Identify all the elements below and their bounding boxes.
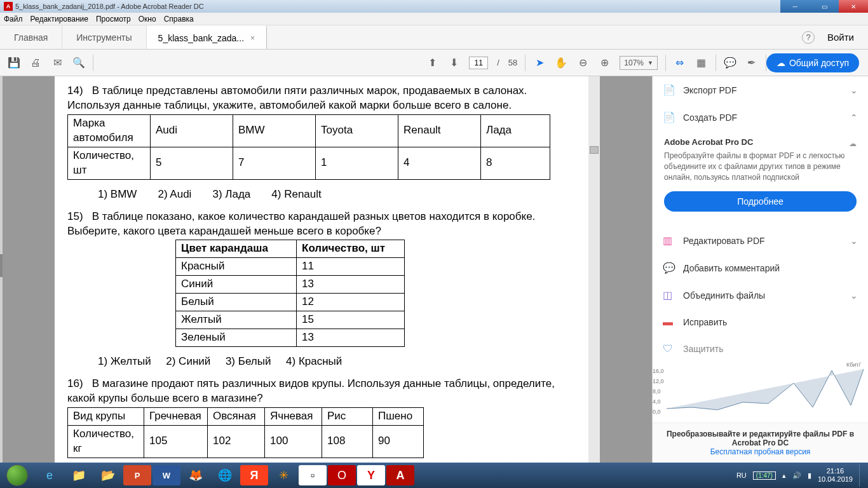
network-chart-overlay: 16,0 12,0 8,0 4,0 0,0 Кбит/: [653, 364, 860, 415]
rp-combine-label: Объединить файлы: [683, 290, 765, 301]
minimize-button[interactable]: ─: [780, 0, 810, 13]
tab-document-label: 5_klass_bank_zada...: [158, 33, 244, 43]
close-button[interactable]: ✕: [839, 0, 868, 13]
chevron-down-icon: ⌄: [850, 236, 858, 246]
p14-table: Марка автомобиляAudiBMWToyotaRenaultЛада…: [67, 114, 550, 180]
hand-icon[interactable]: ✋: [555, 57, 567, 69]
taskbar-explorer-icon[interactable]: 📁: [65, 465, 93, 485]
taskbar-powerpoint-icon[interactable]: P: [123, 465, 151, 485]
tab-close-icon[interactable]: ×: [250, 34, 255, 43]
rp-protect-label: Защитить: [683, 344, 724, 354]
right-panel: 📄Экспорт PDF ⌄ 📄Создать PDF ⌃ Adobe Acro…: [652, 76, 868, 463]
pdf-icon: A: [4, 2, 13, 11]
menu-window[interactable]: Окно: [139, 15, 156, 24]
export-pdf-icon: 📄: [663, 84, 675, 96]
cloud-upload-icon: ☁: [776, 58, 785, 68]
chevron-down-icon: ⌄: [850, 85, 858, 95]
p16-table: Вид крупыГречневаяОвсянаяЯчневаяРисПшено…: [67, 407, 424, 458]
rp-footer-text: Преобразовывайте и редактируйте файлы PD…: [661, 430, 859, 447]
tray-network-icon[interactable]: ▮: [808, 471, 811, 480]
taskbar-yandex-browser-icon[interactable]: Y: [357, 465, 385, 485]
system-tray: RU (1:47) ▴ 🔊 ▮ 21:16 10.04.2019: [736, 464, 868, 487]
zoom-out-icon[interactable]: ⊖: [576, 57, 589, 69]
page-down-icon[interactable]: ⬇: [447, 57, 460, 69]
taskbar-ie-icon[interactable]: e: [36, 465, 64, 485]
tray-volume-icon[interactable]: 🔊: [792, 471, 801, 480]
fit-width-icon[interactable]: ⇔: [674, 57, 686, 69]
share-button[interactable]: ☁ Общий доступ: [766, 53, 859, 72]
toolbar: 💾 🖨 ✉ 🔍 ⬆ ⬇ / 58 ➤ ✋ ⊖ ⊕ 107% ▼ ⇔ ▦ 💬 ✒ …: [0, 50, 868, 76]
search-icon[interactable]: 🔍: [72, 57, 85, 69]
tab-document[interactable]: 5_klass_bank_zada... ×: [147, 25, 267, 49]
tray-lang[interactable]: RU: [736, 471, 747, 479]
tray-battery[interactable]: (1:47): [753, 471, 776, 480]
rp-fix[interactable]: ▬Исправить: [653, 309, 868, 336]
comment-icon[interactable]: 💬: [724, 57, 736, 69]
arrow-icon[interactable]: ➤: [533, 57, 546, 69]
rp-protect[interactable]: 🛡Защитить: [653, 336, 868, 362]
rp-section-title: Adobe Acrobat Pro DC: [664, 137, 857, 147]
rp-more-button[interactable]: Подробнее: [664, 191, 857, 212]
rp-comment[interactable]: 💬Добавить комментарий: [653, 254, 868, 281]
taskbar: e 📁 📂 P W 🦊 🌐 Я ✳ ▫ O Y A RU (1:47) ▴ 🔊 …: [0, 463, 868, 488]
rp-edit-label: Редактировать PDF: [683, 236, 765, 246]
pdf-page: 14) В таблице представлены автомобили пя…: [55, 76, 588, 463]
p14-answers: 1) BMW 2) Audi 3) Лада 4) Renault: [98, 187, 576, 202]
sign-icon[interactable]: ✒: [745, 57, 758, 69]
p14-num: 14): [67, 85, 83, 97]
taskbar-opera-icon[interactable]: O: [328, 465, 356, 485]
chevron-down-icon: ⌄: [850, 290, 858, 301]
print-icon[interactable]: 🖨: [29, 57, 42, 69]
rp-create-pdf[interactable]: 📄Создать PDF ⌃: [653, 104, 868, 131]
rp-comment-label: Добавить комментарий: [683, 263, 780, 273]
page-current-input[interactable]: [469, 57, 488, 69]
start-button[interactable]: [0, 463, 34, 488]
taskbar-acrobat-icon[interactable]: A: [386, 465, 414, 485]
mail-icon[interactable]: ✉: [51, 57, 64, 69]
menu-view[interactable]: Просмотр: [96, 15, 131, 24]
tray-clock[interactable]: 21:16 10.04.2019: [818, 467, 853, 484]
p15-text: В таблице показано, какое количество кар…: [67, 210, 535, 237]
zoom-select[interactable]: 107% ▼: [620, 56, 658, 70]
vertical-scrollbar[interactable]: [588, 76, 600, 463]
toolbar-separator: [93, 55, 93, 71]
taskbar-chrome-icon[interactable]: 🌐: [211, 465, 239, 485]
fit-page-icon[interactable]: ▦: [695, 57, 708, 69]
tab-home[interactable]: Главная: [0, 25, 62, 49]
zoom-in-icon[interactable]: ⊕: [598, 57, 611, 69]
maximize-button[interactable]: ▭: [810, 0, 839, 13]
rp-edit-pdf[interactable]: ▥Редактировать PDF ⌄: [653, 227, 868, 254]
signin-button[interactable]: Войти: [827, 32, 854, 43]
page-total: 58: [508, 58, 517, 67]
menu-help[interactable]: Справка: [164, 15, 194, 24]
tab-tools[interactable]: Инструменты: [62, 25, 146, 49]
rp-section-body: Преобразуйте файлы в формат PDF и с легк…: [664, 151, 857, 182]
rp-export-pdf[interactable]: 📄Экспорт PDF ⌄: [653, 76, 868, 104]
rp-export-label: Экспорт PDF: [683, 85, 737, 95]
taskbar-firefox-icon[interactable]: 🦊: [182, 465, 210, 485]
taskbar-word-icon[interactable]: W: [153, 465, 180, 485]
taskbar-app-icon[interactable]: ▫: [299, 465, 327, 485]
tray-time: 21:16: [818, 467, 853, 475]
rp-trial-link[interactable]: Бесплатная пробная версия: [710, 447, 811, 456]
tray-up-icon[interactable]: ▴: [782, 471, 786, 480]
help-icon[interactable]: ?: [802, 31, 815, 44]
p15-answers: 1) Желтый 2) Синий 3) Белый 4) Красный: [98, 355, 576, 369]
taskbar-app-icon[interactable]: ✳: [269, 465, 297, 485]
zoom-value: 107%: [624, 58, 644, 67]
p15-num: 15): [67, 210, 83, 222]
window-titlebar: A 5_klass_bank_zadanij_2018.pdf - Adobe …: [0, 0, 868, 13]
taskbar-folder-icon[interactable]: 📂: [94, 465, 122, 485]
save-icon[interactable]: 💾: [8, 57, 20, 69]
show-desktop-button[interactable]: [859, 464, 864, 487]
menu-edit[interactable]: Редактирование: [31, 15, 88, 24]
menu-bar: Файл Редактирование Просмотр Окно Справк…: [0, 13, 868, 25]
page-up-icon[interactable]: ⬆: [426, 57, 438, 69]
p16-text: В магазине продают пять различных видов …: [67, 377, 555, 404]
rp-combine[interactable]: ◫Объединить файлы ⌄: [653, 281, 868, 309]
scrollbar-thumb[interactable]: [590, 146, 599, 154]
protect-icon: 🛡: [663, 343, 675, 355]
p15-table: Цвет карандашаКоличество, шт Красный11 С…: [175, 240, 405, 347]
taskbar-yandex-icon[interactable]: Я: [240, 465, 268, 485]
menu-file[interactable]: Файл: [4, 15, 23, 24]
